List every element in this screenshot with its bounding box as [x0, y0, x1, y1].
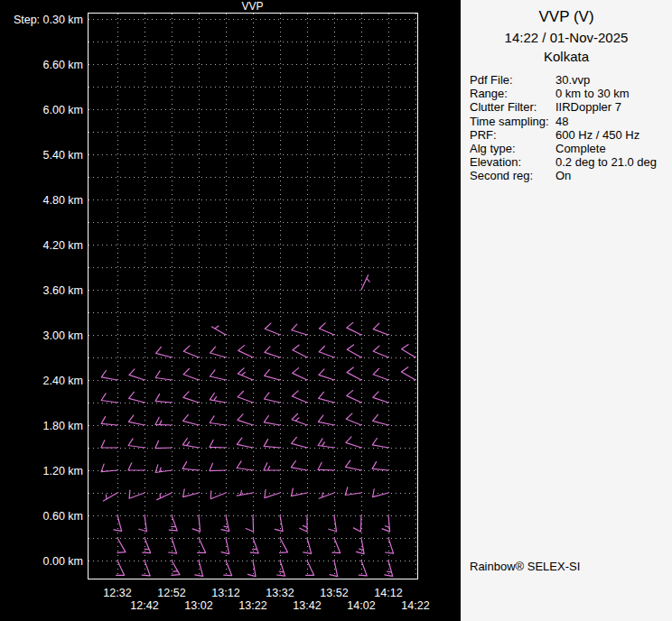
- wind-barb: [210, 440, 226, 448]
- wind-barb: [238, 392, 253, 403]
- x-tick-label: 12:52: [157, 587, 185, 599]
- wind-barb: [172, 561, 180, 575]
- vvp-window: VVPStep: 0.30 km6.60 km6.00 km5.40 km4.8…: [0, 0, 672, 621]
- wind-barb: [221, 515, 229, 532]
- wind-barb: [101, 371, 117, 381]
- x-tick-label: 14:12: [374, 587, 402, 599]
- info-label: Time sampling:: [470, 115, 555, 128]
- wind-barb: [264, 463, 280, 470]
- wind-barb: [347, 345, 361, 357]
- wind-barb: [265, 490, 280, 498]
- wind-barb: [264, 416, 280, 426]
- wind-barb: [237, 438, 253, 448]
- info-row-pdf-file: Pdf File: 30.vvp: [470, 73, 672, 87]
- info-row-second-reg: Second reg: On: [470, 169, 672, 182]
- wind-barb: [155, 371, 172, 380]
- wind-barb: [306, 561, 314, 575]
- wind-barb: [103, 493, 117, 501]
- y-tick-label: 3.00 km: [43, 329, 83, 342]
- info-row-clutter-filter: Clutter Filter: IIRDoppler 7: [470, 100, 672, 114]
- wind-barb: [277, 561, 285, 576]
- wind-barb: [300, 515, 307, 532]
- x-tick-label: 12:42: [130, 599, 158, 612]
- wind-barb: [280, 538, 288, 552]
- info-value: 48: [555, 115, 568, 128]
- wind-barb: [382, 515, 390, 532]
- wind-barb: [373, 369, 388, 381]
- wind-barb: [373, 392, 388, 403]
- info-value: On: [555, 169, 571, 182]
- vvp-chart: VVPStep: 0.30 km6.60 km6.00 km5.40 km4.8…: [0, 0, 461, 621]
- plot-border: [89, 14, 418, 579]
- y-tick-label: 4.20 km: [43, 239, 83, 252]
- info-label: Alg type:: [470, 142, 555, 155]
- wind-barb: [211, 326, 226, 335]
- wind-barb: [142, 561, 150, 576]
- wind-barb: [183, 489, 199, 497]
- info-row-prf: PRF: 600 Hz / 450 Hz: [470, 128, 672, 142]
- wind-barb: [155, 394, 172, 403]
- info-label: Second reg:: [470, 169, 555, 182]
- wind-barb: [318, 415, 334, 425]
- wind-barb: [156, 347, 172, 357]
- x-tick-label: 13:12: [211, 587, 239, 599]
- y-tick-label: 0.00 km: [43, 555, 83, 568]
- wind-barb: [101, 417, 117, 425]
- info-value: 0.2 deg to 21.0 deg: [555, 155, 657, 169]
- wind-barb: [221, 538, 229, 554]
- wind-barb: [198, 538, 206, 552]
- panel-title: VVP (V): [461, 0, 672, 26]
- info-value: 30.vvp: [555, 73, 590, 87]
- wind-barb: [319, 323, 334, 335]
- wind-barb: [183, 414, 199, 425]
- wind-barb: [250, 538, 258, 553]
- wind-barb: [292, 414, 307, 426]
- wind-barb: [155, 465, 172, 473]
- wind-barb: [129, 392, 145, 403]
- wind-barb: [401, 367, 415, 380]
- wind-barb: [237, 491, 253, 496]
- wind-barb: [386, 538, 394, 553]
- wind-barb: [373, 323, 388, 335]
- wind-barb: [402, 345, 415, 357]
- wind-barb: [347, 391, 361, 403]
- info-value: Complete: [555, 142, 606, 155]
- wind-barb: [192, 515, 201, 532]
- wind-barb: [346, 437, 361, 448]
- wind-barb: [183, 346, 199, 357]
- wind-barb: [373, 489, 388, 497]
- info-row-range: Range: 0 km to 30 km: [470, 87, 672, 100]
- wind-barb: [373, 414, 388, 425]
- wind-barb: [238, 346, 253, 357]
- wind-barb: [292, 391, 307, 403]
- info-value: IIRDoppler 7: [555, 100, 621, 114]
- x-tick-label: 14:02: [347, 599, 375, 612]
- y-axis-labels: Step: 0.30 km6.60 km6.00 km5.40 km4.80 k…: [14, 14, 83, 568]
- wind-barb: [372, 439, 388, 449]
- info-label: PRF:: [470, 128, 555, 142]
- wind-barb: [128, 415, 145, 425]
- wind-barb: [293, 368, 307, 380]
- wind-barb: [372, 462, 388, 470]
- wind-barb: [356, 538, 364, 554]
- x-tick-label: 12:32: [103, 587, 131, 599]
- x-tick-label: 13:02: [184, 599, 212, 612]
- wind-barb: [210, 416, 226, 425]
- wind-barb: [182, 462, 199, 470]
- wind-barb: [210, 394, 226, 403]
- y-tick-label: 4.80 km: [43, 194, 83, 207]
- wind-barb: [353, 515, 361, 532]
- wind-barb: [345, 460, 361, 470]
- wind-barb: [210, 370, 227, 380]
- wind-barb: [101, 394, 117, 403]
- wind-barb: [345, 487, 361, 496]
- wind-barb: [143, 538, 151, 553]
- wind-barbs: [101, 275, 415, 577]
- info-panel: VVP (V) 14:22 / 01-Nov-2025 Kolkata Pdf …: [461, 0, 672, 621]
- y-tick-label: 2.40 km: [43, 375, 83, 387]
- wind-barb: [237, 461, 253, 470]
- wind-barb: [292, 437, 307, 448]
- info-value: 0 km to 30 km: [555, 87, 630, 100]
- wind-barb: [319, 392, 334, 403]
- wind-barb: [291, 488, 307, 496]
